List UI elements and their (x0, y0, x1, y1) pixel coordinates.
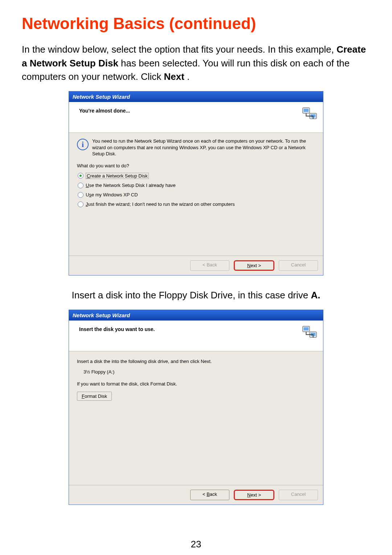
next-button[interactable]: Next > (234, 260, 274, 271)
mid-text: Insert a disk into the Floppy Disk Drive… (72, 290, 311, 301)
info-text: You need to run the Network Setup Wizard… (92, 138, 315, 157)
intro-paragraph: In the window below, select the option t… (22, 43, 370, 84)
mid-paragraph: Insert a disk into the Floppy Disk Drive… (22, 289, 370, 302)
radio-label: Just finish the wizard; I don't need to … (86, 201, 235, 207)
radio-use-existing-disk[interactable]: Use the Network Setup Disk I already hav… (78, 183, 315, 188)
titlebar: Network Setup Wizard (69, 310, 323, 321)
radio-icon (78, 201, 83, 207)
info-icon: i (77, 139, 89, 150)
network-icon (301, 106, 318, 122)
radio-label: Use the Network Setup Disk I already hav… (86, 183, 176, 188)
intro-text: In the window below, select the option t… (22, 44, 336, 55)
wizard-header: Insert the disk you want to use. (69, 321, 323, 351)
wizard-window-1: Network Setup Wizard You're almost done.… (69, 91, 323, 276)
radio-create-disk[interactable]: Create a Network Setup Disk (78, 173, 315, 179)
page-number: 23 (0, 539, 392, 550)
radio-icon (78, 183, 83, 188)
radio-just-finish[interactable]: Just finish the wizard; I don't need to … (78, 201, 315, 207)
mid-bold: A. (311, 290, 320, 301)
intro-text-end: . (187, 71, 189, 82)
back-button[interactable]: < Back (190, 260, 229, 271)
info-box: i You need to run the Network Setup Wiza… (77, 138, 315, 157)
back-button[interactable]: < Back (190, 490, 229, 500)
radio-icon (78, 173, 83, 179)
page-heading: Networking Basics (continued) (22, 15, 370, 33)
radio-use-xp-cd[interactable]: Use my Windows XP CD (78, 192, 315, 198)
radio-label: Use my Windows XP CD (86, 192, 138, 197)
wizard-header: You're almost done... (69, 102, 323, 133)
next-button[interactable]: Next > (234, 490, 274, 500)
titlebar: Network Setup Wizard (69, 91, 323, 102)
wizard-header-text: Insert the disk you want to use. (74, 324, 155, 332)
prompt-text: What do you want to do? (77, 163, 315, 168)
network-icon (301, 324, 318, 341)
svg-rect-1 (304, 109, 309, 112)
cancel-button[interactable]: Cancel (279, 260, 318, 271)
radio-icon (78, 192, 83, 198)
wizard-window-2: Network Setup Wizard Insert the disk you… (69, 310, 323, 505)
format-disk-button[interactable]: Format Disk (77, 392, 112, 401)
radio-label: Create a Network Setup Disk (86, 173, 149, 179)
svg-rect-5 (304, 327, 309, 330)
instruction-line-2: If you want to format the disk, click Fo… (77, 381, 315, 387)
cancel-button[interactable]: Cancel (279, 490, 318, 500)
intro-bold-2: Next (164, 71, 184, 82)
wizard-header-text: You're almost done... (74, 106, 130, 114)
drive-label: 3½ Floppy (A:) (83, 369, 315, 375)
instruction-line-1: Insert a disk the into the following dis… (77, 359, 315, 364)
